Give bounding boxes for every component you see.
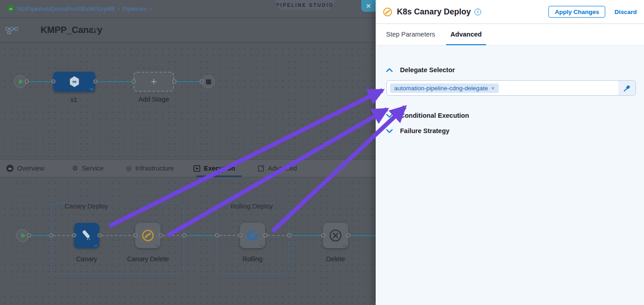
- section-failure-strategy[interactable]: Failure Strategy: [386, 127, 450, 134]
- connector-port: [93, 79, 97, 83]
- project-icon: ∞: [7, 5, 14, 12]
- chevron-down-icon: [386, 129, 393, 133]
- connector: [267, 235, 289, 236]
- code-marker: </>: [89, 88, 93, 91]
- code-marker: </>: [93, 244, 97, 247]
- connector-port: [159, 233, 163, 237]
- step-rolling[interactable]: </>: [240, 223, 265, 248]
- connector-port: [132, 79, 136, 83]
- connector-port: [133, 233, 138, 237]
- play-icon: [19, 79, 23, 84]
- pipeline-title-bar: KMPP_Canary ✎ VISUAL YAML: [0, 18, 376, 43]
- stage-node-s1[interactable]: ∞ </>: [53, 72, 95, 92]
- panel-tab-bar: Step Parameters Advanced: [376, 24, 644, 46]
- panel-body: Delegate Selector automation-pipeline-cd…: [376, 46, 644, 305]
- connector: [186, 235, 217, 236]
- canary-delete-icon: [141, 228, 155, 243]
- plus-icon: +: [151, 75, 157, 88]
- connector-port: [51, 79, 55, 83]
- connector: [291, 235, 323, 236]
- pipeline-studio-badge: PIPELINE STUDIO: [274, 0, 336, 10]
- breadcrumb-project-link[interactable]: NGPipeAutoDemoProXBVbESzyM8: [17, 5, 115, 12]
- connector: [163, 235, 184, 236]
- connector-port: [238, 233, 242, 237]
- group-label-canary-deploy: – Canary Deploy: [57, 202, 108, 210]
- connector: [27, 81, 53, 82]
- tab-service[interactable]: ⚙ Service: [72, 160, 104, 177]
- breadcrumb-separator-icon: ›: [150, 5, 152, 12]
- step-delete[interactable]: </>: [323, 223, 348, 248]
- group-label-rolling-deploy: – Rolling Deploy: [223, 202, 273, 210]
- tab-advanced[interactable]: Advanced: [258, 160, 297, 177]
- step-label: Delete: [326, 255, 345, 263]
- tab-label: Execution: [204, 165, 235, 172]
- stage-canvas: ∞ </> s1 + Add Stage: [0, 43, 376, 159]
- connector-port: [215, 233, 219, 237]
- section-conditional-execution[interactable]: Conditional Execution: [386, 112, 469, 119]
- group-name: Canary Deploy: [64, 203, 108, 210]
- tab-label: Service: [82, 165, 103, 172]
- delegate-tag-text: automation-pipeline-cdng-delegate: [394, 85, 488, 92]
- connector-port: [72, 233, 76, 237]
- connector: [219, 235, 240, 236]
- connector-port: [97, 233, 101, 237]
- connector-port: [287, 233, 291, 237]
- add-stage-label: Add Stage: [138, 96, 169, 103]
- pipeline-studio-pane: ∞ NGPipeAutoDemoProXBVbESzyM8 › Pipeline…: [0, 0, 376, 305]
- deploy-stage-icon: ∞: [68, 75, 81, 88]
- step-canary[interactable]: </>: [74, 223, 99, 248]
- connector-port: [200, 79, 204, 83]
- service-gear-icon: ⚙: [72, 164, 78, 172]
- step-group-canary-deploy[interactable]: [51, 203, 184, 274]
- connector-port: [321, 233, 325, 237]
- step-label: Rolling: [243, 255, 262, 263]
- connector-port: [25, 79, 29, 83]
- pin-button[interactable]: [618, 81, 635, 95]
- close-drawer-button[interactable]: ✕: [361, 0, 376, 12]
- collapse-group-icon[interactable]: –: [57, 202, 61, 210]
- section-delegate-selector[interactable]: Delegate Selector: [386, 66, 455, 74]
- top-bar: ∞ NGPipeAutoDemoProXBVbESzyM8 › Pipeline…: [0, 0, 376, 18]
- connector-port: [263, 233, 267, 237]
- edit-pipeline-icon[interactable]: ✎: [91, 26, 97, 34]
- section-label: Failure Strategy: [400, 127, 450, 134]
- overview-icon: ∞: [6, 165, 14, 172]
- tab-execution[interactable]: Execution: [193, 160, 235, 177]
- chevron-down-icon: [386, 114, 393, 118]
- pipeline-icon: [5, 27, 18, 34]
- discard-button[interactable]: Discard: [614, 9, 637, 15]
- tab-step-parameters[interactable]: Step Parameters: [382, 24, 440, 45]
- svg-text:∞: ∞: [72, 78, 76, 85]
- group-name: Rolling Deploy: [230, 203, 273, 210]
- delegate-selector-input[interactable]: automation-pipeline-cdng-delegate ×: [386, 80, 636, 96]
- remove-tag-icon[interactable]: ×: [491, 85, 495, 92]
- connector-port: [182, 233, 186, 237]
- stage-label: s1: [70, 96, 77, 103]
- add-stage-button[interactable]: +: [133, 72, 174, 92]
- connector: [175, 81, 202, 82]
- tab-overview[interactable]: ∞ Overview: [6, 160, 44, 177]
- pipeline-end-node: [202, 75, 215, 88]
- breadcrumb: ∞ NGPipeAutoDemoProXBVbESzyM8 › Pipeline…: [7, 5, 152, 12]
- code-marker: </>: [259, 244, 263, 247]
- delete-step-icon: [328, 228, 343, 243]
- rolling-deployment-icon: [245, 228, 260, 243]
- infrastructure-icon: ◎: [126, 164, 132, 172]
- apply-changes-button[interactable]: Apply Changes: [548, 6, 605, 18]
- tab-advanced[interactable]: Advanced: [446, 24, 486, 45]
- stop-icon: [206, 79, 211, 84]
- info-icon[interactable]: i: [474, 9, 481, 15]
- panel-title: K8s Canary Deploy: [397, 7, 471, 17]
- canary-deployment-icon: [80, 229, 93, 242]
- step-canary-delete[interactable]: </>: [135, 223, 161, 248]
- tab-label: Infrastructure: [135, 165, 174, 172]
- connector: [350, 235, 376, 236]
- tab-infrastructure[interactable]: ◎ Infrastructure: [126, 160, 174, 177]
- section-label: Conditional Execution: [400, 112, 469, 119]
- connector-port: [27, 233, 31, 237]
- code-marker: </>: [155, 244, 159, 247]
- collapse-group-icon[interactable]: –: [223, 202, 227, 210]
- connector: [96, 81, 133, 82]
- breadcrumb-pipelines-link[interactable]: Pipelines: [122, 5, 147, 12]
- execution-canvas: – Canary Deploy – Rolling Deploy </> Can…: [0, 177, 376, 305]
